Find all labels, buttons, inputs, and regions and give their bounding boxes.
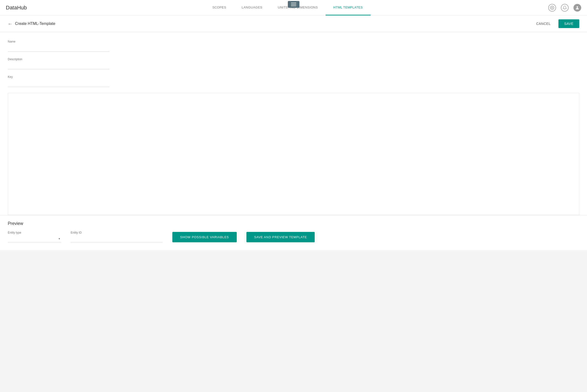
svg-point-0: [552, 7, 553, 8]
hamburger-line-2: [291, 4, 296, 4]
name-field: Name: [8, 40, 335, 52]
entity-type-select-wrapper: [8, 235, 61, 242]
user-avatar[interactable]: [573, 4, 581, 12]
nav-right: [548, 4, 581, 12]
description-label: Description: [8, 58, 335, 61]
html-editor[interactable]: [8, 93, 579, 214]
entity-type-field: Entity type: [8, 231, 61, 242]
entity-id-label: Entity ID: [71, 231, 163, 234]
tab-languages[interactable]: LANGUAGES: [234, 0, 270, 16]
entity-type-select[interactable]: [8, 235, 61, 242]
description-input[interactable]: [8, 62, 109, 70]
tab-html-templates[interactable]: HTML TEMPLATES: [326, 0, 371, 16]
name-label: Name: [8, 40, 335, 43]
save-preview-button[interactable]: SAVE AND PREVIEW TEMPLATE: [246, 232, 315, 242]
entity-id-input[interactable]: [71, 235, 163, 242]
back-button[interactable]: ←: [8, 21, 13, 26]
form-section: Name Description Key: [8, 40, 335, 87]
preview-row: Entity type Entity ID SHOW POSSIBLE VARI…: [8, 231, 579, 242]
key-field: Key: [8, 75, 335, 87]
settings-icon[interactable]: [548, 4, 556, 12]
notification-icon[interactable]: [561, 4, 568, 12]
svg-point-1: [576, 6, 578, 8]
breadcrumb-left: ← Create HTML-Template: [8, 21, 55, 26]
html-editor-container: [8, 93, 579, 215]
breadcrumb-title: Create HTML-Template: [15, 22, 55, 26]
breadcrumb-actions: CANCEL SAVE: [532, 19, 579, 28]
key-input[interactable]: [8, 80, 109, 87]
preview-section: Preview Entity type Entity ID SHOW POSSI…: [0, 215, 587, 250]
entity-type-label: Entity type: [8, 231, 61, 234]
key-label: Key: [8, 75, 335, 78]
breadcrumb-bar: ← Create HTML-Template CANCEL SAVE: [0, 16, 587, 32]
app-title: DataHub: [6, 4, 27, 11]
name-input[interactable]: [8, 45, 109, 52]
tab-scopes[interactable]: SCOPES: [204, 0, 234, 16]
hamburger-line-3: [291, 6, 296, 6]
description-field: Description: [8, 58, 335, 70]
cancel-button[interactable]: CANCEL: [532, 20, 554, 28]
entity-id-field: Entity ID: [71, 231, 163, 242]
show-variables-button[interactable]: SHOW POSSIBLE VARIABLES: [172, 232, 237, 242]
hamburger-button[interactable]: [288, 1, 300, 8]
preview-title: Preview: [8, 221, 579, 226]
hamburger-line-1: [291, 3, 296, 3]
save-button[interactable]: SAVE: [558, 19, 579, 28]
top-nav: DataHub SCOPES LANGUAGES UNITS AND DIMEN…: [0, 0, 587, 16]
main-content: Name Description Key: [0, 32, 587, 215]
